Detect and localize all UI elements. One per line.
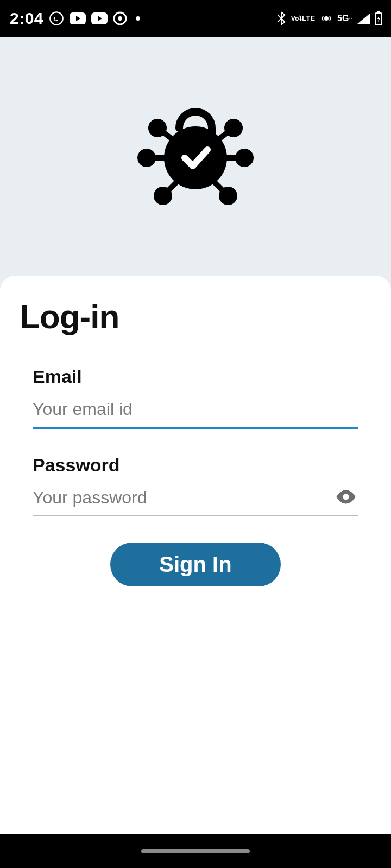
email-input-wrap	[33, 395, 358, 429]
password-input[interactable]	[33, 483, 358, 515]
password-label: Password	[33, 455, 358, 476]
svg-rect-8	[377, 11, 380, 13]
youtube-icon	[91, 12, 108, 24]
network-type-label: 5G ••	[337, 14, 353, 23]
svg-point-21	[164, 126, 227, 189]
password-input-wrap	[33, 483, 358, 516]
sign-in-button[interactable]: Sign In	[110, 542, 280, 586]
svg-point-20	[222, 189, 235, 202]
circle-icon	[113, 11, 127, 25]
status-bar-left: 2:04	[10, 9, 140, 28]
svg-point-0	[50, 12, 62, 24]
hotspot-icon	[320, 12, 333, 25]
dot-icon	[136, 16, 140, 21]
login-card: Log-in Email Password	[0, 276, 391, 834]
bluetooth-icon	[276, 11, 287, 25]
cellular-signal-icon	[357, 13, 370, 24]
secure-network-lock-icon	[136, 98, 255, 214]
status-bar-right: Vo⤵ LTE 5G ••	[276, 11, 382, 25]
svg-point-4	[118, 16, 122, 21]
email-input[interactable]	[33, 395, 358, 427]
svg-point-12	[238, 151, 251, 164]
svg-point-10	[140, 151, 153, 164]
svg-point-6	[325, 17, 328, 20]
network-type-text: 5G	[337, 14, 349, 23]
password-field-group: Password	[33, 455, 358, 516]
status-time: 2:04	[10, 9, 43, 28]
status-bar: 2:04	[0, 0, 391, 37]
youtube-icon	[70, 12, 86, 24]
svg-point-14	[151, 122, 164, 135]
app-content: Log-in Email Password	[0, 37, 391, 834]
svg-point-5	[136, 16, 140, 21]
battery-charging-icon	[375, 11, 382, 25]
gesture-handle-icon[interactable]	[141, 849, 250, 853]
toggle-password-visibility-icon[interactable]	[336, 489, 356, 506]
whatsapp-icon	[49, 11, 64, 26]
svg-point-18	[156, 189, 169, 202]
login-form: Email Password Sig	[20, 366, 371, 586]
svg-point-22	[343, 494, 349, 500]
login-title: Log-in	[20, 297, 371, 336]
volte-icon: Vo⤵ LTE	[291, 15, 316, 22]
svg-point-16	[227, 122, 240, 135]
signin-row: Sign In	[33, 542, 358, 586]
system-nav-bar	[0, 834, 391, 868]
email-label: Email	[33, 366, 358, 387]
email-field-group: Email	[33, 366, 358, 429]
hero-section	[0, 37, 391, 276]
